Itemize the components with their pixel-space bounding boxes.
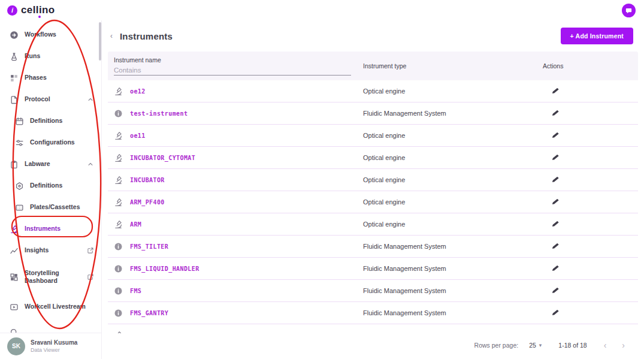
sidebar-item-protocol-definitions[interactable]: Definitions <box>0 110 101 132</box>
sidebar-item-label: Insights <box>25 246 49 254</box>
rows-per-page-select[interactable]: 25 ▾ <box>529 342 542 349</box>
instrument-name-link[interactable]: test-instrument <box>130 110 188 117</box>
microscope-icon <box>10 225 19 234</box>
sidebar-item-insights[interactable]: Insights <box>0 240 101 261</box>
instrument-name-filter-input[interactable] <box>114 65 351 76</box>
edit-icon[interactable] <box>551 308 561 318</box>
instrument-type: Optical engine <box>363 221 543 228</box>
info-icon <box>114 242 123 251</box>
edit-icon[interactable] <box>551 86 561 96</box>
sidebar-item-plates-cassettes[interactable]: Plates/Cassettes <box>0 197 101 218</box>
edit-icon[interactable] <box>551 219 561 229</box>
rows-per-page-value: 25 <box>529 342 536 349</box>
instrument-name-link[interactable]: FMS_GANTRY <box>130 310 168 316</box>
microscope-icon <box>114 220 123 229</box>
edit-icon[interactable] <box>551 286 561 295</box>
sidebar-scrollbar[interactable] <box>99 22 101 61</box>
pagination-range: 1-18 of 18 <box>558 342 586 349</box>
edit-icon[interactable] <box>551 131 561 140</box>
sidebar-item-label: Runs <box>25 52 40 60</box>
sidebar-item-label: Plates/Cassettes <box>30 203 80 211</box>
phases-icon <box>10 74 19 83</box>
runs-icon <box>10 52 19 61</box>
instrument-name-link[interactable]: oe11 <box>130 132 146 139</box>
chat-icon <box>625 7 633 14</box>
hexagon-icon <box>15 182 24 191</box>
brand-wordmark: cellino <box>21 4 55 16</box>
cellino-logo-icon: i <box>7 5 17 16</box>
instrument-name-link[interactable]: INCUBATOR <box>130 177 165 183</box>
instrument-name-link[interactable]: ARM_PF400 <box>130 199 165 206</box>
instrument-name-link[interactable]: FMS_LIQUID_HANDLER <box>130 266 199 272</box>
edit-icon[interactable] <box>551 330 561 333</box>
external-link-icon <box>87 247 94 254</box>
cellino-logo[interactable]: i cellino <box>7 4 55 16</box>
instrument-type: Fluidic Management System <box>363 287 543 294</box>
instrument-name-link[interactable]: FMS <box>130 288 141 294</box>
microscope-icon <box>114 198 123 207</box>
instrument-type: Optical engine <box>363 176 543 183</box>
edit-icon[interactable] <box>551 175 561 185</box>
collapse-sidebar-icon[interactable]: ‹ <box>107 31 116 41</box>
edit-icon[interactable] <box>551 242 561 251</box>
sidebar-item-protocol[interactable]: Protocol <box>0 89 101 110</box>
livestream-icon <box>10 303 19 312</box>
sidebar-item-label: Storytelling Dashboard <box>25 269 75 285</box>
sidebar-item-instruments[interactable]: Instruments <box>0 218 101 240</box>
chevron-down-icon: ▾ <box>539 342 542 348</box>
chevron-up-icon <box>87 161 94 168</box>
top-bar: i cellino <box>0 0 644 20</box>
table-row: test-instrumentFluidic Management System <box>108 102 638 125</box>
page-title: Instruments <box>120 31 173 41</box>
user-name: Sravani Kusuma <box>31 339 77 346</box>
instrument-name-link[interactable]: ARM <box>130 221 141 228</box>
sidebar-item-phases[interactable]: Phases <box>0 67 101 89</box>
microscope-icon <box>114 131 123 140</box>
edit-icon[interactable] <box>551 197 561 207</box>
brand-dot <box>38 16 41 18</box>
table-row: oe12Optical engine <box>108 80 638 102</box>
table-row: FMS_LIQUID_HANDLERFluidic Management Sys… <box>108 258 638 280</box>
instrument-type: Optical engine <box>363 198 543 206</box>
sidebar-item-label: Definitions <box>30 182 62 189</box>
insights-icon <box>10 246 19 255</box>
instrument-name-link[interactable]: oe12 <box>130 88 146 95</box>
instrument-name-link[interactable]: FMS_TILTER <box>130 243 168 250</box>
instrument-type: Optical engine <box>363 154 543 161</box>
table-row: INCUBATOROptical engine <box>108 169 638 191</box>
sidebar-item-storytelling-dashboard[interactable]: Storytelling Dashboard <box>0 261 101 292</box>
sidebar-item-workcell-livestream[interactable]: Workcell Livestream <box>0 296 101 318</box>
table-rows: oe12Optical enginetest-instrumentFluidic… <box>108 80 638 333</box>
table-row: ARMOptical engine <box>108 213 638 236</box>
sidebar-item-labware[interactable]: Labware <box>0 153 101 175</box>
sidebar-item-protocol-configurations[interactable]: Configurations <box>0 132 101 153</box>
table-row: FMS_GANTRYFluidic Management System <box>108 302 638 324</box>
sidebar-item-workflows[interactable]: Workflows <box>0 24 101 46</box>
add-instrument-button[interactable]: + Add Instrument <box>561 28 633 44</box>
sidebar-item-labware-definitions[interactable]: Definitions <box>0 175 101 197</box>
edit-icon[interactable] <box>551 153 561 162</box>
user-profile[interactable]: SK Sravani Kusuma Data Viewer <box>0 333 101 359</box>
sidebar-item-partial[interactable] <box>0 321 101 333</box>
column-header-instrument-type: Instrument type <box>363 62 543 70</box>
instrument-type: Fluidic Management System <box>363 243 543 250</box>
avatar: SK <box>7 337 25 355</box>
chat-button[interactable] <box>622 4 636 17</box>
sidebar-item-label: Workcell Livestream <box>25 303 86 310</box>
edit-icon[interactable] <box>551 264 561 273</box>
sidebar-item-label: Phases <box>25 74 47 82</box>
table-row: ARM_PF400Optical engine <box>108 191 638 213</box>
microscope-icon <box>114 153 123 162</box>
next-page-icon[interactable]: › <box>622 341 625 349</box>
sidebar-item-label: Configurations <box>30 138 75 146</box>
pagination-bar: Rows per page: 25 ▾ 1-18 of 18 ‹ › <box>108 334 638 356</box>
instrument-name-link[interactable]: INCUBATOR_CYTOMAT <box>130 155 195 161</box>
previous-page-icon[interactable]: ‹ <box>604 341 607 349</box>
instrument-type: Fluidic Management System <box>363 110 543 117</box>
sidebar-item-label: Labware <box>25 160 50 168</box>
external-link-icon <box>87 273 94 280</box>
table-header: Instrument name Instrument type Actions <box>108 52 638 80</box>
protocol-icon <box>10 95 19 104</box>
edit-icon[interactable] <box>551 108 561 118</box>
sidebar-item-runs[interactable]: Runs <box>0 46 101 67</box>
